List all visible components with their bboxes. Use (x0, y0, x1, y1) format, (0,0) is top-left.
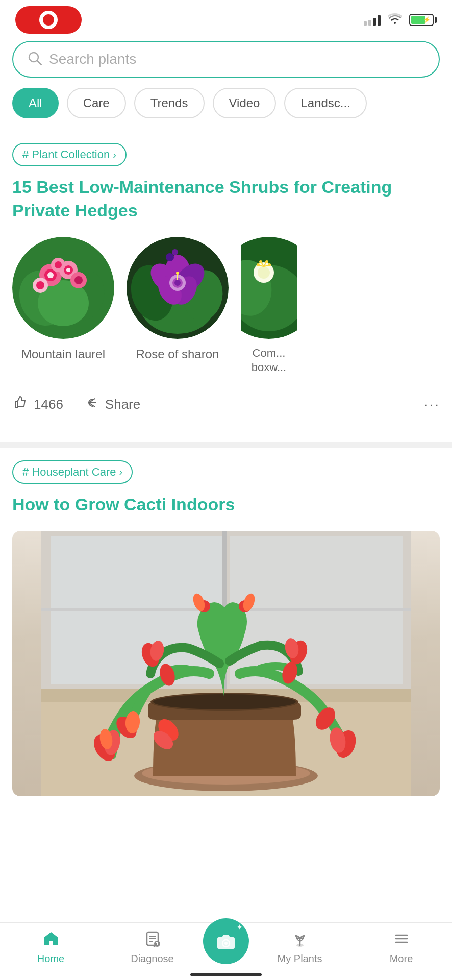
more-icon (393, 930, 410, 950)
tag-houseplant-care[interactable]: # Houseplant Care › (12, 460, 133, 484)
share-label: Share (105, 397, 140, 412)
svg-point-58 (153, 694, 296, 709)
svg-point-13 (36, 281, 44, 289)
svg-point-33 (172, 249, 178, 255)
home-indicator (190, 973, 262, 976)
svg-point-40 (259, 260, 262, 263)
svg-point-29 (174, 280, 181, 286)
status-bar: ⚡ (0, 0, 452, 36)
svg-point-42 (265, 260, 268, 263)
svg-point-17 (55, 261, 62, 268)
sparkle-icon: ✦ (236, 922, 243, 932)
tag-plant-collection[interactable]: # Plant Collection › (12, 143, 127, 166)
signal-bar-2 (368, 20, 371, 26)
search-bar[interactable]: Search plants (12, 41, 440, 78)
svg-point-11 (66, 268, 70, 272)
record-dot (39, 11, 58, 29)
nav-myplants[interactable]: My Plants (249, 930, 350, 965)
more-options-button[interactable]: ··· (424, 396, 440, 413)
plant-item-third[interactable]: Com...boxw... (241, 237, 297, 375)
card2-title: How to Grow Cacti Indoors (12, 493, 440, 517)
signal-bar-3 (373, 18, 376, 26)
tab-trends[interactable]: Trends (134, 88, 205, 118)
card1-actions: 1466 Share ··· (12, 389, 440, 420)
plant-item-rose-of-sharon[interactable]: Rose of sharon (127, 237, 229, 375)
svg-point-89 (296, 944, 304, 947)
svg-point-15 (74, 276, 83, 284)
tab-landscape[interactable]: Landsc... (284, 88, 366, 118)
search-icon (28, 51, 42, 67)
record-button[interactable] (15, 6, 82, 34)
card1-title: 15 Best Low-Maintenance Shrubs for Creat… (12, 176, 440, 223)
chevron-right-icon-2: › (119, 466, 122, 478)
plant-circle-third (241, 237, 297, 339)
svg-point-44 (268, 263, 271, 266)
bottom-nav: Home Diagnose ✦ (0, 922, 452, 980)
nav-home-label: Home (37, 953, 64, 965)
filter-tabs: All Care Trends Video Landsc... (0, 88, 452, 131)
tab-care[interactable]: Care (67, 88, 126, 118)
share-icon (84, 395, 100, 414)
chevron-right-icon: › (113, 149, 116, 161)
article-image-cacti[interactable] (12, 531, 440, 796)
tab-video[interactable]: Video (213, 88, 277, 118)
nav-more[interactable]: More (350, 930, 452, 965)
my-plants-icon (291, 930, 309, 950)
nav-camera[interactable]: ✦ (203, 930, 249, 964)
nav-diagnose-label: Diagnose (131, 953, 174, 965)
nav-home[interactable]: Home (0, 930, 102, 965)
record-inner (43, 14, 54, 26)
like-button[interactable]: 1466 (12, 389, 63, 420)
svg-line-1 (37, 61, 41, 65)
nav-myplants-label: My Plants (278, 953, 322, 965)
battery-icon: ⚡ (409, 14, 437, 26)
content-area: # Plant Collection › 15 Best Low-Mainten… (0, 131, 452, 890)
plant-name-rose-of-sharon: Rose of sharon (136, 346, 219, 362)
plants-row: Mountain laurel (12, 237, 440, 375)
like-count: 1466 (34, 397, 63, 412)
plant-circle-rose-of-sharon (127, 237, 229, 339)
diagnose-icon (144, 930, 161, 950)
search-bar-container: Search plants (0, 36, 452, 88)
plant-name-mountain-laurel: Mountain laurel (21, 346, 105, 362)
search-placeholder: Search plants (49, 51, 136, 67)
wifi-icon (388, 13, 402, 27)
home-icon (42, 930, 60, 950)
more-dots-icon: ··· (424, 396, 440, 412)
card-plant-collection: # Plant Collection › 15 Best Low-Mainten… (0, 131, 452, 432)
thumbs-up-icon (12, 395, 29, 414)
tag-label: # Plant Collection (22, 148, 110, 161)
camera-button[interactable]: ✦ (203, 918, 249, 964)
signal-bar-4 (378, 15, 381, 26)
card-houseplant-care: # Houseplant Care › How to Grow Cacti In… (0, 442, 452, 808)
signal-icon (364, 14, 381, 26)
plant-name-third: Com...boxw... (252, 346, 286, 375)
plant-item-mountain-laurel[interactable]: Mountain laurel (12, 237, 114, 375)
svg-point-31 (176, 272, 179, 275)
tab-all[interactable]: All (12, 88, 59, 118)
svg-point-88 (224, 942, 228, 945)
tag-houseplant-label: # Houseplant Care (22, 465, 116, 479)
svg-point-46 (257, 263, 260, 266)
nav-diagnose[interactable]: Diagnose (102, 930, 203, 965)
signal-bar-1 (364, 21, 367, 26)
cacti-scene (12, 531, 440, 796)
svg-point-32 (166, 253, 174, 261)
status-right: ⚡ (364, 13, 437, 27)
share-button[interactable]: Share (84, 389, 140, 420)
nav-more-label: More (390, 953, 413, 965)
svg-point-38 (258, 266, 270, 279)
plant-circle-mountain-laurel (12, 237, 114, 339)
status-left (15, 6, 82, 34)
svg-point-8 (47, 272, 54, 278)
